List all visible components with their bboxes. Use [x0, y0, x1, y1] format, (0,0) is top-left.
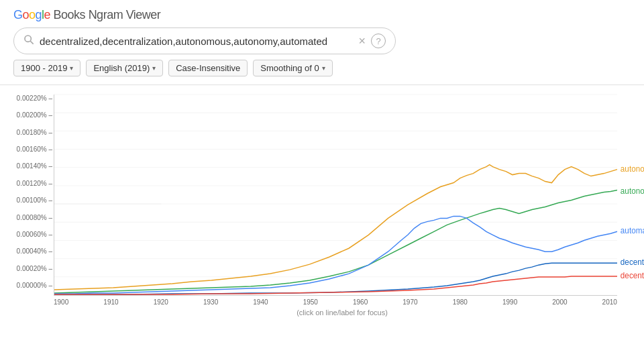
chart-canvas[interactable]: autonomy autonomous automated decentrali… [54, 95, 617, 296]
y-label: 0.00160% – [7, 146, 52, 153]
year-range-filter[interactable]: 1900 - 2019 ▾ [13, 60, 80, 76]
case-filter[interactable]: Case-Insensitive [168, 60, 248, 76]
search-icon [23, 34, 34, 48]
chevron-down-icon: ▾ [70, 64, 73, 72]
automated-line[interactable] [54, 216, 617, 294]
logo: Google Books Ngram Viewer [13, 8, 160, 22]
y-label: 0.00020% – [7, 265, 52, 272]
language-filter[interactable]: English (2019) ▾ [86, 60, 163, 76]
x-label: 1990 [502, 298, 517, 306]
x-label: 1960 [353, 298, 368, 306]
y-label: 0.00220% – [7, 95, 52, 102]
x-label: 1980 [453, 298, 468, 306]
chart-area: 0.00000% – 0.00020% – 0.00040% – 0.00060… [0, 88, 644, 323]
search-bar: × ? [0, 27, 644, 60]
chevron-down-icon: ▾ [322, 64, 325, 72]
x-label: 2010 [602, 298, 617, 306]
x-label: 2000 [552, 298, 567, 306]
chart-footer: (click on line/label for focus) [54, 308, 631, 317]
y-label: 0.00000% – [7, 282, 52, 289]
chart-svg: autonomy autonomous automated decentrali… [54, 95, 617, 295]
y-label: 0.00180% – [7, 129, 52, 136]
x-label: 1910 [103, 298, 118, 306]
chevron-down-icon: ▾ [152, 64, 156, 72]
filters: 1900 - 2019 ▾ English (2019) ▾ Case-Inse… [0, 60, 644, 82]
x-label: 1900 [54, 298, 68, 306]
search-input[interactable] [40, 36, 358, 47]
y-axis: 0.00000% – 0.00020% – 0.00040% – 0.00060… [7, 95, 52, 289]
smoothing-filter[interactable]: Smoothing of 0 ▾ [253, 60, 332, 76]
autonomy-line[interactable] [54, 165, 617, 290]
y-label: 0.00200% – [7, 111, 52, 119]
y-label: 0.00080% – [7, 214, 52, 221]
autonomy-label: autonomy [621, 164, 644, 173]
y-label: 0.00120% – [7, 180, 52, 187]
y-label: 0.00040% – [7, 247, 52, 255]
x-label: 1970 [402, 298, 417, 306]
decentralization-label: decentralization [621, 271, 644, 280]
svg-point-0 [25, 36, 31, 42]
y-label: 0.00060% – [7, 231, 52, 238]
x-label: 1950 [303, 298, 318, 306]
decentralized-label: decentralized [621, 258, 644, 267]
automated-label: automated [621, 226, 644, 235]
y-label: 0.00100% – [7, 196, 52, 204]
y-label: 0.00140% – [7, 162, 52, 170]
x-label: 1940 [253, 298, 268, 306]
autonomous-label: autonomous [621, 186, 644, 195]
x-axis: 1900 1910 1920 1930 1940 1950 1960 1970 … [54, 296, 617, 306]
svg-line-1 [30, 41, 34, 44]
divider [0, 84, 644, 85]
help-icon[interactable]: ? [371, 34, 386, 48]
search-box: × ? [13, 27, 396, 54]
header: Google Books Ngram Viewer [0, 0, 644, 27]
clear-icon[interactable]: × [358, 34, 366, 48]
x-label: 1930 [203, 298, 218, 306]
x-label: 1920 [154, 298, 168, 306]
